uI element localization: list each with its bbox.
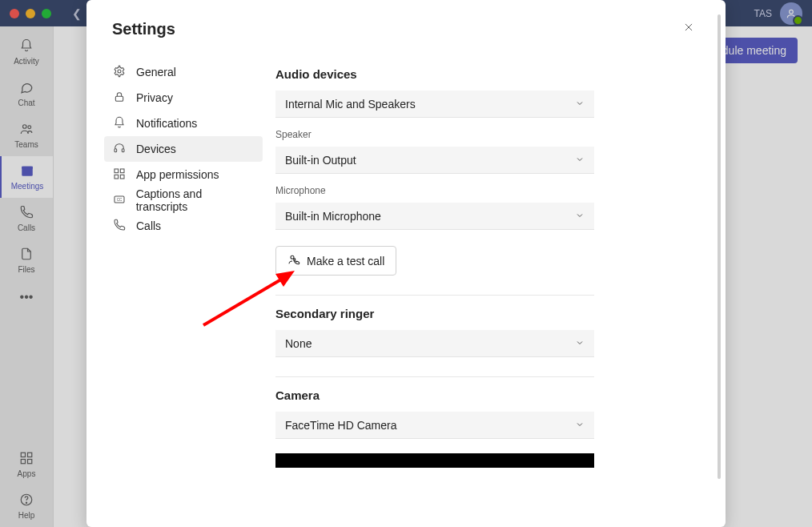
chevron-down-icon — [575, 419, 585, 432]
make-test-call-button[interactable]: Make a test call — [275, 246, 396, 276]
modal-title: Settings — [112, 20, 175, 38]
nav-calls[interactable]: Calls — [104, 213, 263, 239]
svg-point-11 — [118, 70, 121, 73]
chevron-down-icon — [575, 337, 585, 350]
select-value: None — [285, 337, 312, 350]
apps-icon — [112, 167, 127, 183]
close-button[interactable] — [677, 18, 700, 40]
svg-rect-16 — [120, 169, 124, 173]
nav-label: Captions and transcripts — [136, 187, 255, 213]
select-value: Built-in Output — [285, 154, 356, 167]
nav-privacy[interactable]: Privacy — [104, 85, 263, 111]
close-icon — [683, 22, 694, 36]
select-value: Internal Mic and Speakers — [285, 98, 416, 111]
devices-panel: Audio devices Internal Mic and Speakers … — [267, 51, 726, 527]
chevron-down-icon — [575, 154, 585, 167]
svg-rect-13 — [115, 148, 117, 151]
settings-modal: Settings General Privac — [86, 0, 726, 527]
chevron-down-icon — [575, 210, 585, 223]
audio-devices-title: Audio devices — [275, 67, 693, 81]
bell-icon — [112, 116, 127, 131]
nav-label: Privacy — [136, 91, 173, 104]
speaker-select[interactable]: Built-in Output — [275, 147, 594, 174]
svg-rect-12 — [115, 96, 123, 101]
camera-title: Camera — [275, 388, 693, 402]
cc-icon: CC — [112, 193, 127, 208]
nav-notifications[interactable]: Notifications — [104, 111, 263, 136]
microphone-label: Microphone — [275, 185, 693, 196]
speaker-label: Speaker — [275, 129, 693, 140]
person-call-icon — [287, 253, 300, 268]
nav-label: Notifications — [136, 117, 197, 130]
nav-captions[interactable]: CC Captions and transcripts — [104, 187, 263, 213]
select-value: Built-in Microphone — [285, 210, 381, 223]
svg-rect-18 — [120, 175, 124, 179]
camera-preview — [275, 453, 594, 468]
svg-rect-15 — [115, 169, 119, 173]
divider — [275, 376, 594, 377]
lock-icon — [112, 91, 127, 106]
nav-label: Devices — [136, 143, 176, 155]
svg-rect-17 — [115, 175, 119, 179]
nav-label: Calls — [136, 219, 161, 232]
settings-nav: General Privacy Notifications — [99, 51, 267, 527]
nav-app-permissions[interactable]: App permissions — [104, 162, 263, 187]
nav-general[interactable]: General — [104, 59, 263, 85]
secondary-ringer-title: Secondary ringer — [275, 307, 693, 320]
gear-icon — [112, 65, 127, 80]
svg-rect-14 — [122, 148, 124, 151]
scrollbar[interactable] — [718, 14, 721, 479]
camera-select[interactable]: FaceTime HD Camera — [275, 412, 594, 439]
microphone-select[interactable]: Built-in Microphone — [275, 203, 594, 230]
headset-icon — [112, 142, 127, 157]
divider — [275, 295, 594, 296]
chevron-down-icon — [575, 98, 585, 111]
svg-text:CC: CC — [116, 198, 122, 202]
secondary-ringer-select[interactable]: None — [275, 330, 594, 357]
phone-icon — [112, 219, 127, 234]
nav-label: General — [136, 66, 176, 78]
nav-devices[interactable]: Devices — [104, 136, 263, 162]
audio-devices-select[interactable]: Internal Mic and Speakers — [275, 91, 594, 118]
button-label: Make a test call — [307, 255, 384, 268]
nav-label: App permissions — [136, 168, 219, 181]
select-value: FaceTime HD Camera — [285, 419, 397, 432]
